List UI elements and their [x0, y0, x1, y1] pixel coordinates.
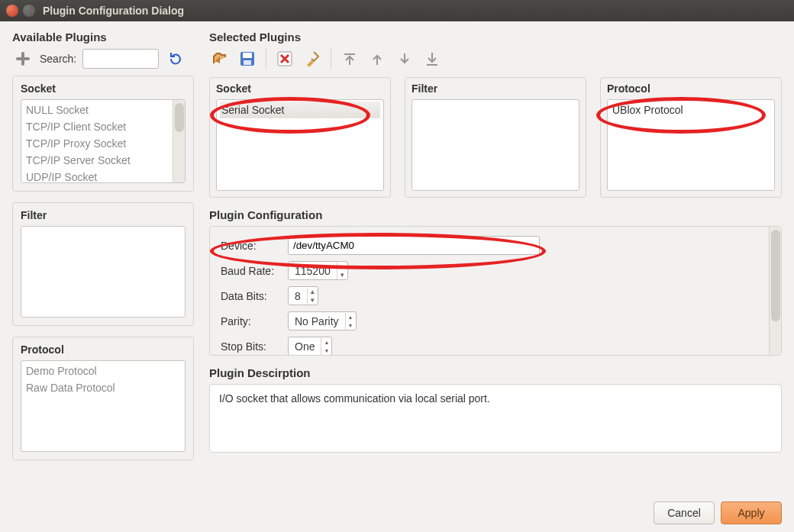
selected-socket-list[interactable]: Serial Socket: [216, 99, 384, 191]
load-button[interactable]: [209, 48, 231, 69]
list-item[interactable]: UBlox Protocol: [611, 102, 771, 118]
clear-button[interactable]: [302, 48, 323, 69]
selected-socket-group: Socket Serial Socket: [209, 77, 391, 198]
remove-button[interactable]: [274, 48, 295, 69]
arrow-down-icon: [396, 50, 413, 67]
stopbits-combo[interactable]: One ▲▼: [288, 337, 332, 355]
databits-value: 8: [289, 290, 307, 302]
selected-filter-group: Filter: [405, 77, 586, 198]
databits-spinner[interactable]: 8 ▲▼: [288, 286, 318, 305]
save-button[interactable]: [237, 48, 258, 69]
baud-value: 115200: [289, 265, 337, 277]
arrow-bottom-icon: [424, 50, 441, 67]
available-socket-title: Socket: [21, 82, 186, 95]
floppy-icon: [238, 50, 257, 68]
list-item[interactable]: TCP/IP Client Socket: [24, 118, 169, 135]
toolbar-separator: [331, 48, 331, 69]
move-top-button[interactable]: [339, 48, 360, 69]
selected-protocol-list[interactable]: UBlox Protocol: [607, 99, 775, 191]
stopbits-label: Stop Bits:: [221, 340, 282, 353]
plugin-configuration-panel: Device: Baud Rate: 115200 ▲▼ Data Bits:: [209, 226, 782, 356]
available-protocol-title: Protocol: [21, 343, 186, 356]
move-down-button[interactable]: [394, 48, 415, 69]
window-minimize-button[interactable]: [23, 5, 35, 17]
window-title: Plugin Configuration Dialog: [43, 5, 184, 17]
scrollbar[interactable]: [769, 227, 781, 355]
parity-combo[interactable]: No Parity ▲▼: [288, 311, 357, 330]
available-socket-group: Socket NULL Socket TCP/IP Client Socket …: [12, 76, 194, 192]
selected-protocol-title: Protocol: [607, 82, 775, 95]
available-filter-group: Filter: [12, 202, 194, 326]
chevron-down-icon[interactable]: ▼: [346, 321, 356, 330]
titlebar: Plugin Configuration Dialog: [0, 0, 794, 21]
move-bottom-button[interactable]: [421, 48, 443, 69]
broom-icon: [303, 50, 321, 68]
move-up-button[interactable]: [366, 48, 388, 69]
plugin-configuration-heading: Plugin Configuration: [209, 208, 782, 221]
svg-rect-2: [244, 60, 251, 65]
window-close-button[interactable]: [6, 5, 18, 17]
available-filter-title: Filter: [21, 209, 186, 221]
svg-rect-1: [243, 53, 252, 58]
chevron-up-icon[interactable]: ▲: [346, 313, 356, 321]
selected-filter-title: Filter: [412, 82, 579, 95]
list-item[interactable]: UDP/IP Socket: [24, 169, 169, 182]
scrollbar[interactable]: [173, 100, 185, 182]
arrow-top-icon: [341, 50, 358, 67]
list-item[interactable]: Serial Socket: [220, 102, 380, 118]
selected-protocol-group: Protocol UBlox Protocol: [600, 77, 782, 198]
selected-filter-list[interactable]: [412, 99, 579, 191]
chevron-down-icon[interactable]: ▼: [337, 271, 347, 279]
open-folder-icon: [211, 50, 229, 68]
list-item[interactable]: TCP/IP Proxy Socket: [24, 135, 169, 152]
chevron-down-icon[interactable]: ▼: [308, 296, 318, 305]
reload-button[interactable]: [165, 48, 186, 69]
add-plugin-button[interactable]: [12, 48, 34, 69]
plugin-description-text: I/O socket that allows communication via…: [219, 392, 490, 405]
search-label: Search:: [40, 53, 76, 65]
arrow-up-icon: [369, 50, 386, 67]
stopbits-value: One: [289, 340, 321, 353]
available-plugins-heading: Available Plugins: [12, 31, 194, 44]
chevron-down-icon[interactable]: ▼: [321, 347, 331, 355]
device-label: Device:: [221, 240, 282, 252]
list-item[interactable]: TCP/IP Server Socket: [24, 152, 169, 169]
list-item[interactable]: NULL Socket: [24, 102, 169, 118]
plus-icon: [15, 50, 31, 67]
device-input[interactable]: [288, 236, 540, 255]
chevron-up-icon[interactable]: ▲: [321, 338, 331, 347]
available-socket-list[interactable]: NULL Socket TCP/IP Client Socket TCP/IP …: [21, 99, 186, 183]
available-protocol-list[interactable]: Demo Protocol Raw Data Protocol: [21, 360, 186, 452]
parity-label: Parity:: [221, 315, 282, 327]
x-box-icon: [276, 50, 293, 67]
chevron-up-icon[interactable]: ▲: [337, 263, 347, 271]
selected-plugins-heading: Selected Plugins: [209, 31, 782, 44]
toolbar-separator: [266, 48, 266, 69]
search-input[interactable]: [82, 49, 159, 69]
baud-label: Baud Rate:: [221, 265, 282, 277]
plugin-description-box: I/O socket that allows communication via…: [209, 384, 782, 453]
parity-value: No Parity: [289, 315, 345, 327]
chevron-up-icon[interactable]: ▲: [308, 288, 318, 296]
list-item[interactable]: Raw Data Protocol: [24, 379, 182, 396]
selected-socket-title: Socket: [216, 82, 384, 95]
baud-spinner[interactable]: 115200 ▲▼: [288, 261, 348, 280]
databits-label: Data Bits:: [221, 290, 282, 302]
cancel-button[interactable]: Cancel: [654, 501, 715, 524]
plugin-description-heading: Plugin Descirption: [209, 366, 782, 379]
list-item[interactable]: Demo Protocol: [24, 363, 182, 379]
available-protocol-group: Protocol Demo Protocol Raw Data Protocol: [12, 337, 194, 460]
available-filter-list[interactable]: [21, 226, 186, 318]
apply-button[interactable]: Apply: [721, 501, 782, 524]
reload-arrow-icon: [167, 50, 184, 67]
